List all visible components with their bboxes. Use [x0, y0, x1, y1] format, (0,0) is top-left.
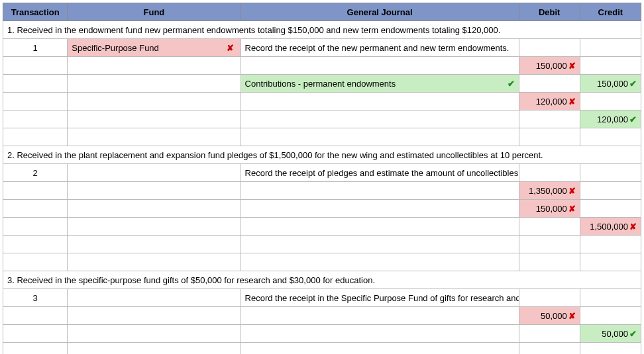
t1-gj-contrib[interactable]: Contributions - permanent endowments ✔	[241, 75, 519, 93]
empty-cell[interactable]	[519, 218, 580, 236]
t3-line3: 50,000✔	[3, 325, 641, 343]
empty-cell[interactable]	[3, 182, 68, 200]
empty-cell[interactable]	[580, 253, 641, 271]
empty-cell[interactable]	[3, 57, 68, 75]
empty-cell[interactable]	[241, 57, 519, 75]
t3-debit1[interactable]: 50,000✘	[519, 307, 580, 325]
empty-cell[interactable]	[580, 182, 641, 200]
t1-credit1[interactable]: 150,000✔	[580, 75, 641, 93]
empty-cell[interactable]	[68, 200, 241, 218]
empty-cell[interactable]	[68, 75, 241, 93]
empty-cell[interactable]	[241, 236, 519, 253]
empty-cell[interactable]	[68, 289, 241, 307]
t2-debit1[interactable]: 1,350,000✘	[519, 182, 580, 200]
empty-cell[interactable]	[241, 218, 519, 236]
empty-cell[interactable]	[68, 57, 241, 75]
incorrect-icon: ✘	[568, 97, 576, 107]
empty-cell[interactable]	[241, 325, 519, 343]
t1-line5: 120,000✔	[3, 111, 641, 128]
empty-cell[interactable]	[519, 289, 580, 307]
empty-cell[interactable]	[241, 343, 519, 355]
empty-cell[interactable]	[580, 289, 641, 307]
empty-cell[interactable]	[68, 128, 241, 146]
empty-cell[interactable]	[68, 343, 241, 355]
correct-icon: ✔	[629, 79, 637, 89]
empty-cell[interactable]	[68, 182, 241, 200]
incorrect-icon: ✘	[227, 43, 234, 53]
empty-cell[interactable]	[3, 75, 68, 93]
empty-cell[interactable]	[68, 253, 241, 271]
empty-cell[interactable]	[3, 236, 68, 253]
empty-cell[interactable]	[519, 111, 580, 128]
empty-cell[interactable]	[519, 128, 580, 146]
t3-debit1-value: 50,000	[541, 311, 567, 321]
empty-cell[interactable]	[241, 253, 519, 271]
empty-cell[interactable]	[3, 343, 68, 355]
t1-fund-cell[interactable]: Specific-Purpose Fund ✘	[68, 39, 241, 57]
journal-table: Transaction Fund General Journal Debit C…	[3, 3, 641, 354]
empty-cell[interactable]	[68, 218, 241, 236]
correct-icon: ✔	[629, 114, 637, 124]
empty-cell[interactable]	[580, 164, 641, 182]
t2-credit1[interactable]: 1,500,000✘	[580, 218, 641, 236]
empty-cell[interactable]	[241, 93, 519, 111]
empty-cell[interactable]	[241, 200, 519, 218]
empty-cell[interactable]	[519, 75, 580, 93]
empty-cell[interactable]	[519, 39, 580, 57]
t1-credit2[interactable]: 120,000✔	[580, 111, 641, 128]
empty-cell[interactable]	[580, 57, 641, 75]
header-credit: Credit	[580, 3, 641, 21]
empty-cell[interactable]	[68, 236, 241, 253]
empty-cell[interactable]	[3, 325, 68, 343]
t1-fund-text: Specific-Purpose Fund	[72, 43, 159, 53]
empty-cell[interactable]	[519, 164, 580, 182]
header-transaction: Transaction	[3, 3, 68, 21]
t2-debit2[interactable]: 150,000✘	[519, 200, 580, 218]
t2-line1: 2 Record the receipt of pledges and esti…	[3, 164, 641, 182]
empty-cell[interactable]	[580, 200, 641, 218]
empty-cell[interactable]	[68, 111, 241, 128]
empty-cell[interactable]	[241, 182, 519, 200]
empty-cell[interactable]	[68, 93, 241, 111]
incorrect-icon: ✘	[568, 186, 576, 196]
t3-gj-instr: Record the receipt in the Specific Purpo…	[241, 289, 519, 307]
t3-credit1[interactable]: 50,000✔	[580, 325, 641, 343]
empty-cell[interactable]	[519, 325, 580, 343]
empty-cell[interactable]	[3, 218, 68, 236]
empty-cell[interactable]	[519, 253, 580, 271]
empty-cell[interactable]	[241, 307, 519, 325]
empty-cell[interactable]	[580, 307, 641, 325]
t2-description-row: 2. Received in the plant replacement and…	[3, 146, 641, 164]
empty-cell[interactable]	[68, 325, 241, 343]
t2-line5	[3, 236, 641, 253]
t3-line4	[3, 343, 641, 355]
empty-cell[interactable]	[241, 128, 519, 146]
empty-cell[interactable]	[580, 128, 641, 146]
t1-debit2[interactable]: 120,000✘	[519, 93, 580, 111]
t2-debit1-value: 1,350,000	[529, 186, 567, 196]
empty-cell[interactable]	[3, 253, 68, 271]
t1-line2: 150,000✘	[3, 57, 641, 75]
t2-line4: 1,500,000✘	[3, 218, 641, 236]
incorrect-icon: ✘	[568, 204, 576, 214]
empty-cell[interactable]	[519, 343, 580, 355]
empty-cell[interactable]	[3, 307, 68, 325]
header-debit: Debit	[519, 3, 580, 21]
t2-line2: 1,350,000✘	[3, 182, 641, 200]
empty-cell[interactable]	[68, 164, 241, 182]
empty-cell[interactable]	[3, 128, 68, 146]
empty-cell[interactable]	[241, 111, 519, 128]
t1-debit1[interactable]: 150,000✘	[519, 57, 580, 75]
t1-line6	[3, 128, 641, 146]
empty-cell[interactable]	[3, 111, 68, 128]
empty-cell[interactable]	[519, 236, 580, 253]
empty-cell[interactable]	[580, 343, 641, 355]
empty-cell[interactable]	[580, 236, 641, 253]
empty-cell[interactable]	[580, 39, 641, 57]
empty-cell[interactable]	[3, 200, 68, 218]
empty-cell[interactable]	[580, 93, 641, 111]
empty-cell[interactable]	[68, 307, 241, 325]
t1-credit1-value: 150,000	[597, 79, 628, 89]
empty-cell[interactable]	[3, 93, 68, 111]
t2-gj-instr: Record the receipt of pledges and estima…	[241, 164, 519, 182]
